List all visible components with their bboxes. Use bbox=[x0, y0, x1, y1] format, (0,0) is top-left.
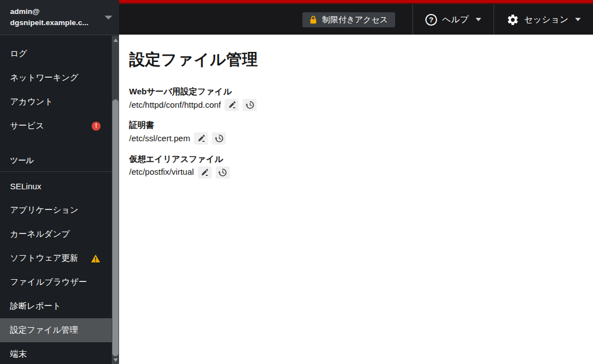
session-label: セッション bbox=[524, 14, 568, 26]
pencil-icon bbox=[201, 169, 208, 176]
sidebar-item-logs[interactable]: ログ bbox=[0, 42, 112, 66]
sidebar-item-label: 診断レポート bbox=[10, 301, 61, 312]
restricted-access-button[interactable]: 制限付きアクセス bbox=[302, 12, 395, 27]
sidebar-item-accounts[interactable]: アカウント bbox=[0, 90, 112, 114]
sidebar-item-networking[interactable]: ネットワーキング bbox=[0, 66, 112, 90]
app-window: admin@ dgsnipeit.example.c... ログ ネットワーキン… bbox=[0, 0, 593, 364]
config-file-label: 証明書 bbox=[129, 119, 583, 131]
sidebar-item-label: カーネルダンプ bbox=[10, 229, 70, 240]
help-menu[interactable]: ? ヘルプ bbox=[413, 4, 494, 35]
user-host: dgsnipeit.example.c... bbox=[10, 17, 105, 28]
warning-badge-icon bbox=[91, 254, 101, 263]
chevron-down-icon bbox=[105, 16, 112, 20]
sidebar-item-software-updates[interactable]: ソフトウェア更新 bbox=[0, 246, 112, 270]
sidebar-item-label: アプリケーション bbox=[10, 205, 78, 215]
sidebar-item-applications[interactable]: アプリケーション bbox=[0, 198, 112, 222]
sidebar-section-tools: ツール bbox=[0, 150, 112, 171]
scroll-down-button[interactable] bbox=[112, 356, 119, 364]
triangle-up-icon bbox=[113, 39, 118, 42]
sidebar-item-label: ソフトウェア更新 bbox=[10, 253, 78, 264]
sidebar-item-label: アカウント bbox=[10, 97, 53, 107]
masthead-red-stripe bbox=[119, 0, 593, 4]
lock-icon bbox=[310, 16, 317, 24]
config-file-label: 仮想エイリアスファイル bbox=[129, 153, 583, 165]
config-file-group: 証明書 /etc/ssl/cert.pem bbox=[129, 119, 583, 145]
history-icon bbox=[218, 168, 227, 177]
help-label: ヘルプ bbox=[442, 14, 469, 26]
scroll-up-button[interactable] bbox=[112, 36, 119, 44]
edit-file-button[interactable] bbox=[198, 166, 212, 179]
sidebar-item-config-file-management[interactable]: 設定ファイル管理 bbox=[0, 318, 112, 342]
edit-file-button[interactable] bbox=[225, 99, 239, 111]
config-file-group: 仮想エイリアスファイル /etc/postfix/virtual bbox=[129, 153, 583, 179]
config-file-path: /etc/ssl/cert.pem bbox=[129, 132, 190, 145]
sidebar-item-label: 端末 bbox=[10, 349, 27, 360]
masthead-actions: 制限付きアクセス ? ヘルプ セッション bbox=[119, 4, 593, 35]
sidebar-item-label: ログ bbox=[10, 49, 27, 59]
chevron-down-icon bbox=[476, 18, 481, 21]
config-file-path: /etc/httpd/conf/httpd.conf bbox=[129, 99, 221, 112]
config-file-row: /etc/postfix/virtual bbox=[129, 166, 583, 179]
sidebar-item-diagnostic-reports[interactable]: 診断レポート bbox=[0, 294, 112, 318]
session-menu[interactable]: セッション bbox=[494, 4, 593, 35]
edit-file-button[interactable] bbox=[194, 132, 208, 145]
config-file-label: Webサーバ用設定ファイル bbox=[129, 85, 583, 98]
user-menu[interactable]: admin@ dgsnipeit.example.c... bbox=[0, 0, 119, 35]
pencil-icon bbox=[197, 135, 205, 142]
sidebar-item-terminal[interactable]: 端末 bbox=[0, 342, 112, 364]
masthead: 制限付きアクセス ? ヘルプ セッション bbox=[119, 0, 593, 35]
config-file-row: /etc/httpd/conf/httpd.conf bbox=[129, 99, 583, 112]
history-button[interactable] bbox=[243, 99, 257, 111]
chevron-down-icon bbox=[575, 18, 581, 21]
config-file-row: /etc/ssl/cert.pem bbox=[129, 132, 583, 145]
error-badge-icon: ! bbox=[92, 122, 101, 131]
sidebar-item-label: 設定ファイル管理 bbox=[10, 325, 78, 336]
sidebar-item-label: SELinux bbox=[10, 181, 41, 191]
history-button[interactable] bbox=[212, 132, 226, 145]
question-icon: ? bbox=[425, 14, 437, 26]
config-file-path: /etc/postfix/virtual bbox=[129, 166, 194, 179]
gear-icon bbox=[506, 13, 519, 26]
sidebar-item-kernel-dump[interactable]: カーネルダンプ bbox=[0, 222, 112, 246]
sidebar-item-selinux[interactable]: SELinux bbox=[0, 174, 112, 198]
sidebar-item-services[interactable]: サービス ! bbox=[0, 114, 112, 138]
sidebar-item-label: サービス bbox=[10, 121, 44, 131]
history-button[interactable] bbox=[216, 166, 230, 179]
sidebar-nav: ログ ネットワーキング アカウント サービス ! ツール SELinux アプリ… bbox=[0, 35, 112, 364]
pencil-icon bbox=[228, 101, 236, 109]
history-icon bbox=[215, 134, 224, 143]
sidebar-item-label: ネットワーキング bbox=[10, 73, 78, 83]
sidebar-scrollbar[interactable] bbox=[112, 36, 119, 364]
sidebar-divider bbox=[0, 171, 112, 172]
sidebar-section-label: ツール bbox=[10, 156, 34, 166]
history-icon bbox=[245, 100, 254, 109]
user-identity: admin@ dgsnipeit.example.c... bbox=[10, 6, 105, 29]
user-name: admin@ bbox=[10, 6, 105, 17]
sidebar-item-label: ファイルブラウザー bbox=[10, 277, 87, 288]
restricted-access-label: 制限付きアクセス bbox=[322, 15, 388, 25]
page-title: 設定ファイル管理 bbox=[129, 49, 583, 70]
sidebar: admin@ dgsnipeit.example.c... ログ ネットワーキン… bbox=[0, 0, 119, 364]
triangle-down-icon bbox=[113, 358, 118, 362]
config-file-group: Webサーバ用設定ファイル /etc/httpd/conf/httpd.conf bbox=[129, 85, 583, 111]
sidebar-item-file-browser[interactable]: ファイルブラウザー bbox=[0, 270, 112, 294]
main-content: 設定ファイル管理 Webサーバ用設定ファイル /etc/httpd/conf/h… bbox=[119, 35, 593, 364]
scrollbar-thumb[interactable] bbox=[112, 99, 118, 356]
